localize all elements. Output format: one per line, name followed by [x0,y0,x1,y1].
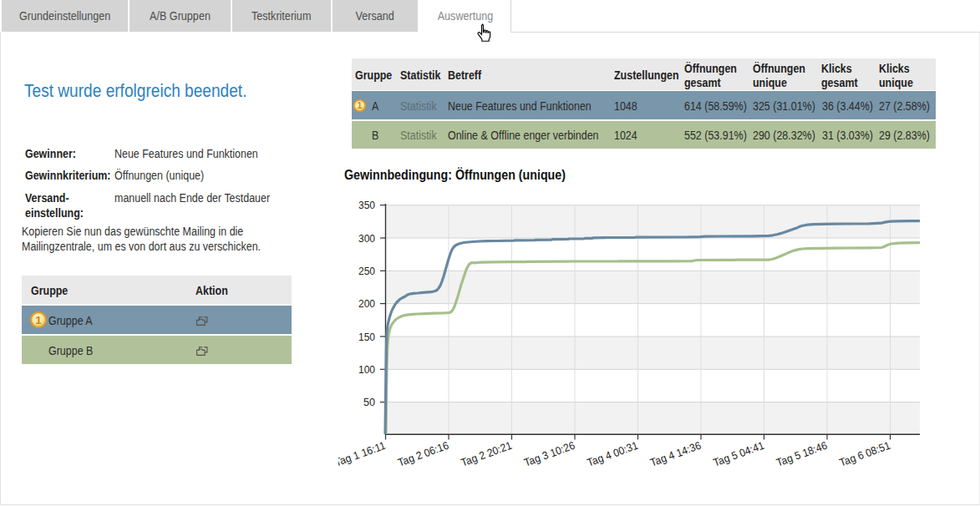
svg-text:150: 150 [358,331,375,343]
svg-text:350: 350 [358,199,375,211]
svg-text:Tag 6 08:51: Tag 6 08:51 [838,439,892,469]
svg-text:1: 1 [358,100,363,110]
svg-text:200: 200 [358,297,375,310]
svg-text:250: 250 [358,265,375,277]
svg-text:Tag 5 18:46: Tag 5 18:46 [774,439,829,469]
svg-text:Tag 2 06:16: Tag 2 06:16 [396,439,450,469]
svg-text:Tag 4 14:36: Tag 4 14:36 [648,439,703,469]
svg-text:50: 50 [363,396,375,408]
svg-text:1: 1 [35,314,42,326]
svg-text:Tag 3 10:26: Tag 3 10:26 [522,439,576,469]
svg-text:Tag 5 04:41: Tag 5 04:41 [712,439,766,469]
svg-text:Tag 4 00:31: Tag 4 00:31 [586,439,640,469]
svg-text:100: 100 [358,363,375,376]
svg-text:Tag 1 16:11: Tag 1 16:11 [338,439,388,469]
svg-text:300: 300 [358,232,375,245]
svg-text:Tag 2 20:21: Tag 2 20:21 [460,439,514,469]
